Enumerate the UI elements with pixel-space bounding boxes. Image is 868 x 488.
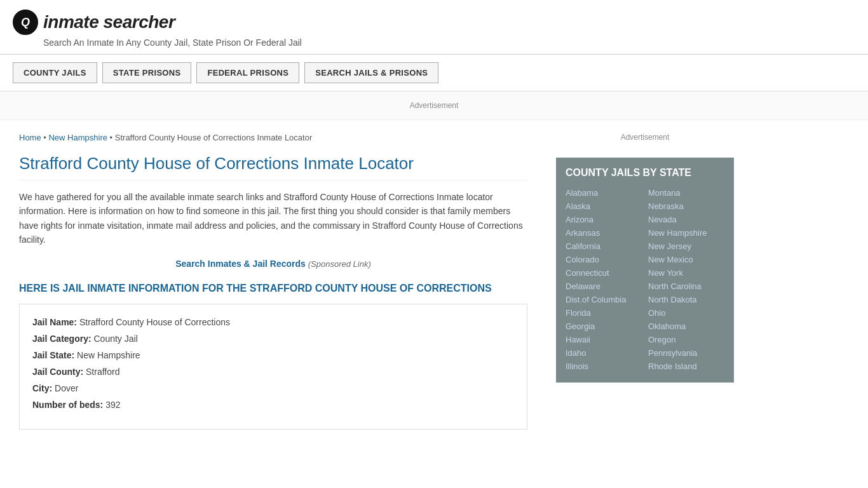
state-box: COUNTY JAILS BY STATE Alabama Alaska Ari…	[556, 158, 734, 383]
state-link-new-jersey[interactable]: New Jersey	[648, 240, 724, 253]
state-link-florida[interactable]: Florida	[566, 306, 642, 320]
nav-federal-prisons[interactable]: FEDERAL PRISONS	[196, 62, 299, 83]
tagline: Search An Inmate In Any County Jail, Sta…	[43, 37, 855, 48]
state-link-north-dakota[interactable]: North Dakota	[648, 293, 724, 306]
state-link-montana[interactable]: Montana	[648, 186, 724, 200]
nav-search-jails[interactable]: SEARCH JAILS & PRISONS	[304, 62, 438, 83]
breadcrumb: Home • New Hampshire • Strafford County …	[19, 133, 527, 142]
section-heading: HERE IS JAIL INMATE INFORMATION FOR THE …	[19, 283, 527, 294]
state-link-california[interactable]: California	[566, 240, 642, 253]
jail-city-label: City:	[32, 383, 52, 393]
nav-county-jails[interactable]: COUNTY JAILS	[13, 62, 97, 83]
states-right-col: Montana Nebraska Nevada New Hampshire Ne…	[648, 186, 724, 373]
jail-beds-label: Number of beds:	[32, 400, 103, 410]
jail-beds-value-text: 392	[105, 400, 120, 410]
main-layout: Home • New Hampshire • Strafford County …	[0, 120, 868, 442]
jail-info-box: Jail Name: Strafford County House of Cor…	[19, 304, 527, 430]
jail-state-label: Jail State:	[32, 350, 74, 360]
sidebar-ad: Advertisement	[556, 126, 734, 148]
state-link-hawaii[interactable]: Hawaii	[566, 333, 642, 346]
states-left-col: Alabama Alaska Arizona Arkansas Californ…	[566, 186, 642, 373]
sponsored-link-container: Search Inmates & Jail Records (Sponsored…	[19, 259, 527, 269]
state-link-arizona[interactable]: Arizona	[566, 213, 642, 226]
state-link-alabama[interactable]: Alabama	[566, 186, 642, 200]
logo-icon: Q	[13, 10, 38, 35]
jail-city-value-text: Dover	[55, 383, 78, 393]
state-link-arkansas[interactable]: Arkansas	[566, 226, 642, 240]
jail-state-value-text: New Hampshire	[77, 350, 140, 360]
state-link-idaho[interactable]: Idaho	[566, 346, 642, 360]
state-link-nebraska[interactable]: Nebraska	[648, 200, 724, 213]
logo-searcher: searcher	[104, 12, 175, 32]
state-link-illinois[interactable]: Illinois	[566, 360, 642, 373]
state-link-new-york[interactable]: New York	[648, 266, 724, 280]
breadcrumb-current: Strafford County House of Corrections In…	[115, 133, 312, 142]
jail-name-row: Jail Name: Strafford County House of Cor…	[32, 317, 514, 327]
state-link-rhode-island[interactable]: Rhode Island	[648, 360, 724, 373]
sponsored-text: (Sponsored Link)	[308, 259, 371, 269]
state-link-new-hampshire[interactable]: New Hampshire	[648, 226, 724, 240]
jail-category-label: Jail Category:	[32, 334, 92, 344]
description: We have gathered for you all the availab…	[19, 190, 527, 247]
jail-county-value-text: Strafford	[86, 367, 119, 377]
state-link-colorado[interactable]: Colorado	[566, 253, 642, 266]
jail-city-row: City: Dover	[32, 383, 514, 393]
state-link-delaware[interactable]: Delaware	[566, 280, 642, 293]
state-link-north-carolina[interactable]: North Carolina	[648, 280, 724, 293]
logo-area: Q inmate searcher	[13, 10, 855, 35]
state-grid: Alabama Alaska Arizona Arkansas Californ…	[566, 186, 724, 373]
jail-category-row: Jail Category: County Jail	[32, 334, 514, 344]
state-link-dc[interactable]: Dist.of Columbia	[566, 293, 642, 306]
jail-name-label: Jail Name:	[32, 317, 77, 327]
logo-letter: Q	[21, 16, 30, 29]
jail-name-value-text: Strafford County House of Corrections	[79, 317, 230, 327]
sponsored-link[interactable]: Search Inmates & Jail Records	[175, 259, 306, 269]
breadcrumb-home[interactable]: Home	[19, 133, 41, 142]
main-content: Home • New Hampshire • Strafford County …	[0, 120, 546, 442]
jail-county-label: Jail County:	[32, 367, 83, 377]
ad-banner: Advertisement	[0, 92, 868, 120]
state-link-ohio[interactable]: Ohio	[648, 306, 724, 320]
logo-inmate: inmate	[43, 12, 104, 32]
sidebar: Advertisement COUNTY JAILS BY STATE Alab…	[546, 120, 743, 442]
jail-state-row: Jail State: New Hampshire	[32, 350, 514, 360]
jail-county-row: Jail County: Strafford	[32, 367, 514, 377]
state-link-oregon[interactable]: Oregon	[648, 333, 724, 346]
logo-text: inmate searcher	[43, 12, 175, 32]
nav-state-prisons[interactable]: STATE PRISONS	[102, 62, 192, 83]
site-header: Q inmate searcher Search An Inmate In An…	[0, 0, 868, 55]
state-link-connecticut[interactable]: Connecticut	[566, 266, 642, 280]
state-link-georgia[interactable]: Georgia	[566, 320, 642, 333]
state-box-title: COUNTY JAILS BY STATE	[566, 167, 724, 179]
page-title: Strafford County House of Corrections In…	[19, 154, 527, 180]
state-link-pennsylvania[interactable]: Pennsylvania	[648, 346, 724, 360]
state-link-alaska[interactable]: Alaska	[566, 200, 642, 213]
jail-beds-row: Number of beds: 392	[32, 400, 514, 410]
state-link-nevada[interactable]: Nevada	[648, 213, 724, 226]
breadcrumb-sep2: •	[110, 133, 115, 142]
jail-category-value-text: County Jail	[93, 334, 137, 344]
breadcrumb-state[interactable]: New Hampshire	[48, 133, 107, 142]
navigation: COUNTY JAILS STATE PRISONS FEDERAL PRISO…	[0, 55, 868, 92]
state-link-oklahoma[interactable]: Oklahoma	[648, 320, 724, 333]
state-link-new-mexico[interactable]: New Mexico	[648, 253, 724, 266]
